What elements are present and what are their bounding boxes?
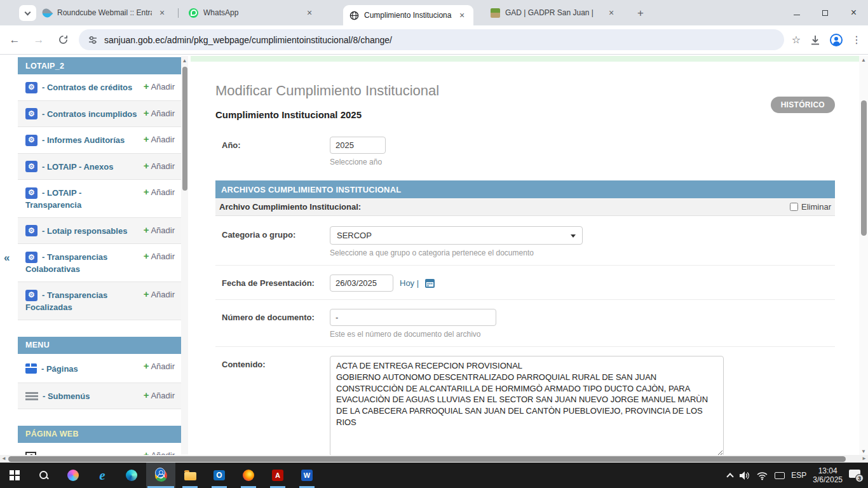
add-link[interactable]: +Añadir	[144, 81, 175, 92]
calendar-icon[interactable]	[425, 279, 435, 288]
sidebar-scrollbar-thumb[interactable]	[182, 67, 187, 191]
window-minimize-button[interactable]	[782, 0, 811, 25]
bookmark-star-icon[interactable]: ☆	[792, 34, 801, 46]
tab-close-icon[interactable]: ×	[606, 8, 616, 18]
sidebar-item-paginas[interactable]: - Páginas +Añadir	[18, 354, 181, 383]
taskbar-ie-button[interactable]: e	[88, 463, 117, 488]
sidebar-collapse-button[interactable]: «	[4, 252, 10, 264]
tab-gad[interactable]: GAD | GADPR San Juan | ×	[484, 0, 623, 25]
sidebar-item-label[interactable]: - Transparencias Focalizadas	[25, 290, 107, 312]
scroll-down-icon[interactable]: ▼	[859, 449, 868, 454]
notification-center-button[interactable]: 3	[849, 469, 863, 482]
taskbar-firefox-button[interactable]	[234, 463, 263, 488]
add-link[interactable]: +Añadir	[144, 186, 175, 198]
tab-search-button[interactable]	[19, 5, 36, 21]
sidebar-item-label[interactable]: - Páginas	[41, 364, 78, 374]
sidebar-item-label[interactable]: - Transparencias Colaborativas	[25, 253, 107, 274]
sidebar-item-submenus[interactable]: - Submenús +Añadir	[18, 383, 181, 409]
scroll-up-icon[interactable]: ▲	[859, 57, 868, 63]
forward-button[interactable]: →	[29, 30, 48, 50]
window-close-button[interactable]: ×	[839, 0, 868, 25]
contenido-textarea[interactable]: ACTA DE ENTREGA RECEPCION PROVISIONAL GO…	[330, 356, 724, 456]
tab-whatsapp[interactable]: WhatsApp ×	[182, 0, 321, 25]
add-link[interactable]: +Añadir	[144, 160, 175, 172]
taskbar-search-button[interactable]	[29, 463, 58, 488]
sidebar-item-label[interactable]: - LOTAIP - Anexos	[42, 162, 113, 172]
sidebar-item-label[interactable]: - Contratos de créditos	[42, 83, 132, 92]
url-bar[interactable]: sanjuan.gob.ec/admin/pkg_webpage/cumplim…	[79, 29, 784, 50]
taskbar-edge-button[interactable]	[117, 463, 146, 488]
sidebar-item-transparencias-colaborativas[interactable]: ⚙- Transparencias Colaborativas +Añadir	[18, 243, 181, 281]
fecha-input[interactable]	[330, 274, 393, 292]
taskbar-acrobat-button[interactable]: A	[263, 463, 292, 488]
taskbar-outlook-button[interactable]: O	[205, 463, 234, 488]
connect-display-icon[interactable]	[775, 472, 785, 479]
sidebar-item-lotaip-responsables[interactable]: ⚙- Lotaip responsables +Añadir	[18, 217, 181, 244]
sidebar-item-label[interactable]: - Submenús	[43, 391, 90, 401]
add-label[interactable]: Añadir	[151, 391, 175, 400]
categoria-select[interactable]: SERCOP	[330, 226, 583, 245]
horizontal-scrollbar-thumb[interactable]	[8, 456, 846, 462]
add-label[interactable]: Añadir	[151, 109, 175, 118]
add-label[interactable]: Añadir	[151, 290, 175, 299]
scroll-up-icon[interactable]: ▲	[181, 58, 188, 64]
back-button[interactable]: ←	[5, 30, 24, 50]
tab-cumplimiento-active[interactable]: Cumplimiento Institucional 202 ×	[343, 5, 473, 25]
taskbar-chrome-button[interactable]	[146, 463, 175, 488]
numero-input[interactable]	[330, 309, 496, 326]
vertical-scrollbar-thumb[interactable]	[861, 100, 867, 236]
add-label[interactable]: Añadir	[151, 135, 175, 144]
ano-input[interactable]	[330, 137, 386, 154]
tab-close-icon[interactable]: ×	[457, 10, 467, 20]
tray-overflow-icon[interactable]	[727, 473, 734, 480]
speaker-icon[interactable]	[739, 471, 750, 480]
eliminar-checkbox[interactable]	[790, 203, 798, 211]
add-link[interactable]: +Añadir	[144, 107, 175, 119]
historico-button[interactable]: HISTÓRICO	[771, 97, 835, 113]
tab-close-icon[interactable]: ×	[304, 8, 315, 18]
window-restore-button[interactable]	[811, 0, 839, 25]
sidebar-item-contratos-incumplidos[interactable]: ⚙- Contratos incumplidos +Añadir	[18, 100, 181, 127]
reload-button[interactable]	[53, 30, 72, 50]
sidebar-item-informes-auditorias[interactable]: ⚙- Informes Auditorías +Añadir	[18, 126, 181, 153]
add-link[interactable]: +Añadir	[144, 250, 175, 262]
add-label[interactable]: Añadir	[151, 161, 175, 171]
add-link[interactable]: +Añadir	[144, 224, 175, 236]
page-horizontal-scrollbar[interactable]: ◄ ►	[0, 455, 868, 463]
add-link[interactable]: +Añadir	[144, 360, 175, 372]
sidebar-item-contratos-creditos[interactable]: ⚙- Contratos de créditos +Añadir	[18, 74, 181, 100]
taskbar-word-button[interactable]: W	[292, 463, 322, 488]
sidebar-item-lotaip-anexos[interactable]: ⚙- LOTAIP - Anexos +Añadir	[18, 153, 181, 180]
wifi-icon[interactable]	[756, 471, 768, 480]
profile-avatar-icon[interactable]	[830, 34, 843, 46]
language-indicator[interactable]: ESP	[791, 471, 806, 480]
site-settings-icon[interactable]	[88, 35, 98, 45]
taskbar-clock[interactable]: 13:04 3/6/2025	[813, 466, 843, 484]
new-tab-button[interactable]: +	[632, 5, 649, 22]
sidebar-item-label[interactable]: - Informes Auditorías	[42, 135, 125, 145]
tab-close-icon[interactable]: ×	[157, 8, 167, 18]
start-button[interactable]	[0, 463, 29, 488]
add-label[interactable]: Añadir	[151, 362, 175, 371]
menu-kebab-icon[interactable]: ⋮	[851, 34, 862, 46]
taskbar-explorer-button[interactable]	[175, 463, 205, 488]
add-label[interactable]: Añadir	[151, 252, 175, 261]
hoy-link[interactable]: Hoy |	[400, 278, 419, 288]
download-icon[interactable]	[810, 34, 821, 46]
add-link[interactable]: +Añadir	[144, 288, 175, 300]
add-label[interactable]: Añadir	[151, 187, 175, 197]
scroll-left-icon[interactable]: ◄	[1, 456, 6, 461]
sidebar-item-lotaip-transparencia[interactable]: ⚙- LOTAIP - Transparencia +Añadir	[18, 179, 181, 217]
add-label[interactable]: Añadir	[151, 82, 175, 92]
add-link[interactable]: +Añadir	[144, 390, 175, 401]
page-vertical-scrollbar[interactable]: ▲ ▼	[859, 56, 868, 456]
add-link[interactable]: +Añadir	[144, 133, 175, 145]
sidebar-item-label[interactable]: - Lotaip responsables	[42, 226, 127, 236]
scroll-right-icon[interactable]: ►	[862, 456, 867, 461]
sidebar-scrollbar[interactable]: ▲	[181, 56, 188, 454]
taskbar-copilot-button[interactable]	[58, 463, 88, 488]
sidebar-item-transparencias-focalizadas[interactable]: ⚙- Transparencias Focalizadas +Añadir	[18, 281, 181, 320]
tab-roundcube[interactable]: Roundcube Webmail :: Entrada ×	[35, 0, 173, 25]
add-label[interactable]: Añadir	[151, 226, 175, 235]
url-text[interactable]: sanjuan.gob.ec/admin/pkg_webpage/cumplim…	[104, 35, 392, 45]
